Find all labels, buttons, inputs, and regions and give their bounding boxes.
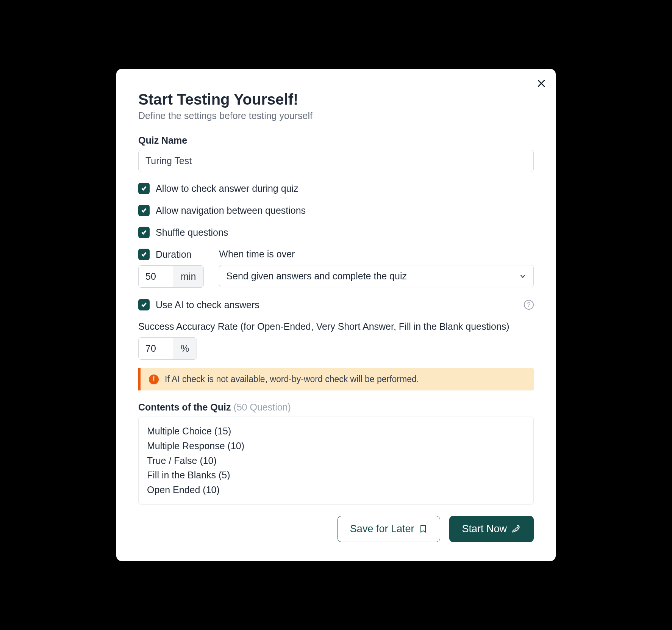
quiz-name-input[interactable] bbox=[138, 150, 534, 172]
accuracy-unit: % bbox=[173, 338, 197, 359]
checkbox-shuffle-label: Shuffle questions bbox=[156, 227, 228, 238]
check-icon bbox=[141, 251, 147, 258]
save-for-later-button[interactable]: Save for Later bbox=[338, 516, 441, 542]
quiz-name-label: Quiz Name bbox=[138, 135, 534, 146]
help-icon[interactable]: ? bbox=[524, 300, 534, 310]
start-now-label: Start Now bbox=[462, 523, 507, 535]
contents-heading: Contents of the Quiz (50 Question) bbox=[138, 402, 534, 413]
contents-label: Contents of the Quiz bbox=[138, 402, 233, 412]
accuracy-input[interactable] bbox=[139, 338, 173, 359]
when-time-over-value: Send given answers and complete the quiz bbox=[226, 271, 407, 281]
ai-warning-text: If AI check is not available, word-by-wo… bbox=[165, 374, 419, 384]
ai-warning-alert: ! If AI check is not available, word-by-… bbox=[138, 368, 534, 390]
list-item: True / False (10) bbox=[147, 453, 525, 468]
checkbox-allow-check-answers[interactable] bbox=[138, 183, 150, 194]
check-icon bbox=[141, 301, 147, 308]
check-icon bbox=[141, 229, 147, 236]
dialog-subtitle: Define the settings before testing yours… bbox=[138, 110, 534, 121]
list-item: Multiple Choice (15) bbox=[147, 424, 525, 439]
checkbox-ai-check-label: Use AI to check answers bbox=[156, 299, 259, 310]
checkbox-navigation[interactable] bbox=[138, 205, 150, 216]
rocket-icon bbox=[511, 524, 521, 534]
contents-list: Multiple Choice (15) Multiple Response (… bbox=[138, 417, 534, 505]
duration-label: Duration bbox=[156, 249, 192, 260]
when-time-over-select[interactable]: Send given answers and complete the quiz bbox=[219, 265, 534, 287]
close-icon bbox=[537, 79, 545, 88]
save-for-later-label: Save for Later bbox=[350, 523, 414, 535]
check-icon bbox=[141, 185, 147, 192]
accuracy-label: Success Accuracy Rate (for Open-Ended, V… bbox=[138, 321, 534, 332]
start-testing-dialog: Start Testing Yourself! Define the setti… bbox=[116, 69, 556, 561]
duration-input[interactable] bbox=[139, 266, 173, 287]
checkbox-shuffle[interactable] bbox=[138, 227, 150, 238]
when-time-over-label: When time is over bbox=[219, 249, 295, 259]
list-item: Open Ended (10) bbox=[147, 483, 525, 497]
duration-unit: min bbox=[173, 266, 203, 287]
bookmark-icon bbox=[419, 524, 428, 533]
checkbox-duration[interactable] bbox=[138, 249, 150, 260]
checkbox-allow-check-answers-label: Allow to check answer during quiz bbox=[156, 183, 298, 194]
checkbox-ai-check[interactable] bbox=[138, 299, 150, 310]
dialog-title: Start Testing Yourself! bbox=[138, 91, 534, 108]
start-now-button[interactable]: Start Now bbox=[449, 516, 534, 542]
warning-icon: ! bbox=[149, 375, 159, 384]
contents-count: (50 Question) bbox=[233, 402, 291, 412]
close-button[interactable] bbox=[535, 77, 547, 89]
list-item: Multiple Response (10) bbox=[147, 439, 525, 453]
check-icon bbox=[141, 207, 147, 214]
chevron-down-icon bbox=[519, 273, 527, 280]
checkbox-navigation-label: Allow navigation between questions bbox=[156, 205, 306, 216]
list-item: Fill in the Blanks (5) bbox=[147, 468, 525, 483]
